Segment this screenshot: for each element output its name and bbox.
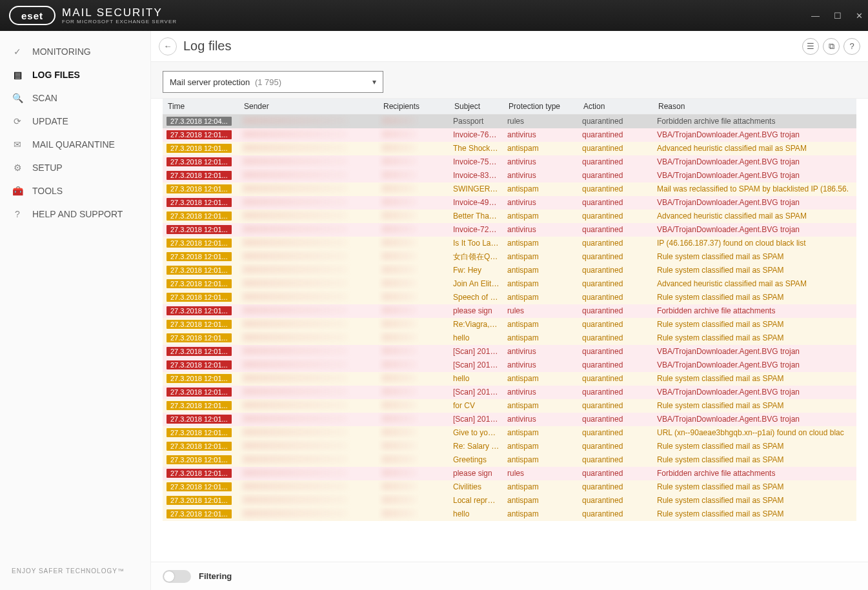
table-row[interactable]: 27.3.2018 12:01...Fw: Heyantispamquarant…: [163, 264, 856, 277]
action-cell: quarantined: [578, 480, 653, 494]
dropdown-count: (1 795): [255, 77, 281, 87]
sender-cell-redacted: [243, 347, 348, 355]
copy-button[interactable]: ⧉: [823, 38, 840, 55]
table-row[interactable]: 27.3.2018 12:01...Invoice-72692...antivi…: [163, 223, 856, 237]
col-reason[interactable]: Reason: [653, 99, 856, 115]
col-recipients[interactable]: Recipients: [378, 99, 449, 115]
table-row[interactable]: 27.3.2018 12:01...[Scan] 2016-10...antiv…: [163, 386, 856, 399]
table-row[interactable]: 27.3.2018 12:01...please signrulesquaran…: [163, 304, 856, 318]
reason-cell: Rule system classified mail as SPAM: [653, 372, 856, 386]
table-row[interactable]: 27.3.2018 12:01...Invoice-49653...antivi…: [163, 196, 856, 210]
table-row[interactable]: 27.3.2018 12:01...Give to your g...antis…: [163, 426, 856, 440]
protection-cell: antispam: [503, 318, 578, 331]
table-row[interactable]: 27.3.2018 12:01...for CVantispamquaranti…: [163, 399, 856, 413]
table-row[interactable]: 27.3.2018 12:01...Greetingsantispamquara…: [163, 453, 856, 467]
col-time[interactable]: Time: [163, 99, 239, 115]
table-row[interactable]: 27.3.2018 12:01...helloantispamquarantin…: [163, 372, 856, 386]
subject-cell: Join An Elite N...: [449, 277, 503, 291]
table-row[interactable]: 27.3.2018 12:01...Better Than M...antisp…: [163, 210, 856, 223]
nav-update[interactable]: ⟳UPDATE: [0, 110, 150, 133]
sender-cell-redacted: [243, 333, 348, 341]
subject-cell: Passport: [449, 115, 503, 128]
protection-cell: antispam: [503, 250, 578, 264]
nav-monitoring[interactable]: ✓MONITORING: [0, 40, 150, 63]
action-cell: quarantined: [578, 440, 653, 453]
table-row[interactable]: 27.3.2018 12:01...[Scan] 2016-10...antiv…: [163, 413, 856, 426]
sidebar-footer: ENJOY SAFER TECHNOLOGY™: [0, 556, 150, 590]
col-subject[interactable]: Subject: [449, 99, 503, 115]
sender-cell-redacted: [243, 360, 348, 368]
brand-badge: eset: [9, 6, 56, 25]
table-row[interactable]: 27.3.2018 12:01...The Shocking ...antisp…: [163, 142, 856, 155]
table-row[interactable]: 27.3.2018 12:01...[Scan] 2016-10...antiv…: [163, 345, 856, 359]
recipients-cell-redacted: [382, 130, 417, 138]
action-cell: quarantined: [578, 331, 653, 345]
log-table-scroll[interactable]: Time Sender Recipients Subject Protectio…: [151, 99, 868, 562]
nav-scan[interactable]: 🔍SCAN: [0, 86, 150, 110]
table-row[interactable]: 27.3.2018 12:01...[Scan] 2016-10...antiv…: [163, 359, 856, 372]
table-row[interactable]: 27.3.2018 12:01...Invoice-75305...antivi…: [163, 155, 856, 169]
col-protection-type[interactable]: Protection type: [503, 99, 578, 115]
help-button[interactable]: ?: [843, 38, 860, 55]
table-row[interactable]: 27.3.2018 12:01...Join An Elite N...anti…: [163, 277, 856, 291]
back-button[interactable]: ←: [159, 37, 177, 55]
nav-mail-quarantine[interactable]: ✉MAIL QUARANTINE: [0, 133, 150, 156]
action-cell: quarantined: [578, 359, 653, 372]
sender-cell-redacted: [243, 469, 348, 477]
col-sender[interactable]: Sender: [239, 99, 378, 115]
nav-monitoring-label: MONITORING: [32, 46, 91, 57]
recipients-cell-redacted: [382, 374, 417, 382]
reason-cell: Forbidden archive file attachments: [653, 115, 856, 128]
table-row[interactable]: 27.3.2018 12:01...Invoice-76218...antivi…: [163, 128, 856, 142]
subject-cell: The Shocking ...: [449, 142, 503, 155]
action-cell: quarantined: [578, 507, 653, 521]
protection-cell: antispam: [503, 399, 578, 413]
action-cell: quarantined: [578, 210, 653, 223]
nav-tools[interactable]: 🧰TOOLS: [0, 179, 150, 202]
log-type-dropdown[interactable]: Mail server protection (1 795) ▾: [163, 71, 383, 93]
table-row[interactable]: 27.3.2018 12:01...helloantispamquarantin…: [163, 331, 856, 345]
protection-cell: antispam: [503, 210, 578, 223]
col-action[interactable]: Action: [578, 99, 653, 115]
table-row[interactable]: 27.3.2018 12:01...please signrulesquaran…: [163, 467, 856, 480]
window-maximize-icon[interactable]: ☐: [834, 11, 842, 21]
table-row[interactable]: 27.3.2018 12:04...Passportrulesquarantin…: [163, 115, 856, 128]
time-cell: 27.3.2018 12:01...: [167, 469, 232, 478]
action-cell: quarantined: [578, 142, 653, 155]
table-row[interactable]: 27.3.2018 12:01...Re:Viagra,Ciali...anti…: [163, 318, 856, 331]
window-minimize-icon[interactable]: —: [811, 11, 820, 21]
subject-cell: Invoice-75305...: [449, 155, 503, 169]
view-toggle-button[interactable]: ☰: [802, 38, 819, 55]
reason-cell: VBA/TrojanDownloader.Agent.BVG trojan: [653, 128, 856, 142]
subject-cell: [Scan] 2016-10...: [449, 359, 503, 372]
table-row[interactable]: 27.3.2018 12:01...Re: Salary [$90...anti…: [163, 440, 856, 453]
sidebar: ✓MONITORING▤LOG FILES🔍SCAN⟳UPDATE✉MAIL Q…: [0, 31, 151, 590]
filtering-toggle[interactable]: [163, 570, 191, 583]
main-panel: ← Log files ☰ ⧉ ? Mail server protection…: [151, 31, 868, 590]
action-cell: quarantined: [578, 182, 653, 196]
subject-cell: Better Than M...: [449, 210, 503, 223]
table-row[interactable]: 27.3.2018 12:01...Local represen...antis…: [163, 494, 856, 507]
table-row[interactable]: 27.3.2018 12:01...SWINGERSINB...antispam…: [163, 182, 856, 196]
sender-cell-redacted: [243, 144, 348, 152]
sender-cell-redacted: [243, 496, 348, 504]
action-cell: quarantined: [578, 155, 653, 169]
table-row[interactable]: 27.3.2018 12:01...Invoice-83199...antivi…: [163, 169, 856, 182]
sender-cell-redacted: [243, 415, 348, 422]
table-row[interactable]: 27.3.2018 12:01...helloantispamquarantin…: [163, 507, 856, 521]
table-row[interactable]: 27.3.2018 12:01...Is It Too Late T...ant…: [163, 237, 856, 250]
reason-cell: Rule system classified mail as SPAM: [653, 250, 856, 264]
table-row[interactable]: 27.3.2018 12:01...女白领在QQ...antispamquara…: [163, 250, 856, 264]
table-row[interactable]: 27.3.2018 12:01...Speech of wel...antisp…: [163, 291, 856, 304]
table-row[interactable]: 27.3.2018 12:01...Civilitiesantispamquar…: [163, 480, 856, 494]
nav-setup[interactable]: ⚙SETUP: [0, 156, 150, 179]
nav-scan-icon: 🔍: [12, 93, 23, 103]
subject-cell: Civilities: [449, 480, 503, 494]
recipients-cell-redacted: [382, 360, 417, 368]
window-close-icon[interactable]: ✕: [856, 11, 863, 21]
nav-help[interactable]: ?HELP AND SUPPORT: [0, 202, 150, 226]
nav-update-icon: ⟳: [12, 116, 23, 126]
sender-cell-redacted: [243, 374, 348, 382]
nav-tools-label: TOOLS: [32, 186, 63, 196]
nav-log-files[interactable]: ▤LOG FILES: [0, 63, 150, 86]
